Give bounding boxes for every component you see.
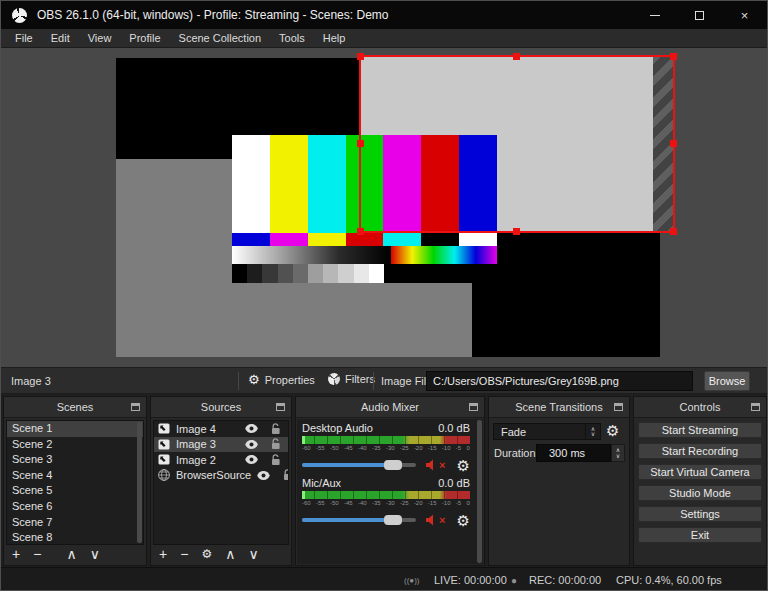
scenes-panel-header[interactable]: Scenes — [4, 397, 146, 418]
transform-handle-top-left[interactable] — [357, 53, 364, 60]
scene-list-item[interactable]: Scene 1 — [7, 421, 143, 437]
lock-icon[interactable] — [271, 423, 281, 435]
meter-tick-label: -25 — [400, 500, 409, 507]
menu-item-edit[interactable]: Edit — [42, 32, 79, 44]
remove-scene-button[interactable]: − — [33, 547, 41, 561]
spin-down-icon[interactable]: ∨ — [616, 453, 620, 459]
menu-item-help[interactable]: Help — [314, 32, 355, 44]
panel-dock-icon[interactable] — [131, 403, 140, 411]
meter-tick-label: -35 — [372, 500, 381, 507]
move-scene-down-button[interactable]: ∨ — [90, 547, 100, 561]
preview-canvas[interactable] — [1, 48, 768, 367]
sources-panel-title: Sources — [201, 401, 241, 413]
transition-select[interactable]: Fade ∧∨ — [493, 423, 601, 440]
menu-item-profile[interactable]: Profile — [120, 32, 169, 44]
start-recording-button[interactable]: Start Recording — [638, 443, 762, 459]
source-list-item[interactable]: Image 2 — [154, 452, 288, 468]
status-bar: ((●)) LIVE: 00:00:00 ● REC: 00:00:00 CPU… — [1, 567, 768, 591]
settings-button[interactable]: Settings — [638, 506, 762, 522]
maximize-button[interactable] — [677, 1, 722, 29]
source-rect-black-bottom-right[interactable] — [472, 233, 660, 357]
minimize-icon — [650, 15, 660, 16]
transform-handle-top-center[interactable] — [513, 53, 520, 60]
duration-spin-arrows[interactable]: ∧∨ — [611, 444, 625, 462]
scene-list-item[interactable]: Scene 4 — [7, 468, 143, 484]
start-streaming-button[interactable]: Start Streaming — [638, 422, 762, 438]
minimize-button[interactable] — [632, 1, 677, 29]
scene-list-item[interactable]: Scene 3 — [7, 452, 143, 468]
duration-spinbox[interactable]: 300 ms — [536, 444, 611, 462]
filters-icon — [328, 373, 340, 385]
transform-handle-bottom-left[interactable] — [357, 228, 364, 235]
dock-area: Scenes Scene 1Scene 2Scene 3Scene 4Scene… — [1, 394, 768, 567]
source-list-item[interactable]: BrowserSource — [154, 468, 288, 484]
obs-logo-icon — [12, 8, 27, 23]
panel-dock-icon[interactable] — [614, 403, 623, 411]
scene-transitions-panel: Scene Transitions Fade ∧∨ ⚙ Duration 300… — [488, 396, 630, 566]
menu-item-tools[interactable]: Tools — [270, 32, 314, 44]
panel-dock-icon[interactable] — [469, 403, 478, 411]
visibility-eye-icon[interactable] — [245, 424, 258, 433]
controls-panel-header[interactable]: Controls — [634, 397, 766, 418]
transform-handle-top-right[interactable] — [670, 53, 677, 60]
move-scene-up-button[interactable]: ∧ — [66, 547, 76, 561]
start-virtual-camera-button[interactable]: Start Virtual Camera — [638, 464, 762, 480]
add-scene-button[interactable]: + — [12, 547, 20, 561]
channel-gear-icon[interactable]: ⚙ — [457, 513, 470, 528]
menu-item-scene-collection[interactable]: Scene Collection — [170, 32, 271, 44]
panel-dock-icon[interactable] — [751, 403, 760, 411]
image-icon — [158, 439, 170, 450]
slider-handle[interactable] — [384, 460, 402, 470]
meter-tick-label: 0 — [466, 500, 469, 507]
scene-list-item[interactable]: Scene 2 — [7, 437, 143, 453]
add-source-button[interactable]: + — [159, 547, 167, 561]
meter-tick-label: -30 — [386, 500, 395, 507]
scenes-scrollbar[interactable] — [137, 422, 142, 543]
transition-gear-icon[interactable]: ⚙ — [606, 422, 619, 440]
move-source-down-button[interactable]: ∨ — [248, 547, 258, 561]
image-file-input[interactable] — [426, 371, 693, 391]
meter-tick-label: -5 — [456, 500, 461, 507]
remove-source-button[interactable]: − — [180, 547, 188, 561]
lock-icon[interactable] — [271, 454, 281, 466]
source-list-item[interactable]: Image 3 — [154, 437, 288, 453]
selection-bounding-box[interactable] — [359, 55, 675, 233]
panel-dock-icon[interactable] — [276, 403, 285, 411]
scene-list-item[interactable]: Scene 6 — [7, 499, 143, 515]
audio-mixer-panel-header[interactable]: Audio Mixer — [296, 397, 484, 418]
source-properties-button[interactable]: ⚙ — [201, 548, 212, 560]
volume-slider[interactable] — [302, 518, 416, 522]
volume-slider[interactable] — [302, 463, 416, 467]
sources-panel-header[interactable]: Sources — [151, 397, 291, 418]
title-bar: OBS 26.1.0 (64-bit, windows) - Profile: … — [1, 1, 767, 29]
lock-icon[interactable] — [283, 469, 289, 481]
transform-handle-middle-left[interactable] — [357, 140, 364, 147]
filters-button[interactable]: Filters — [328, 373, 375, 385]
scene-list-item[interactable]: Scene 5 — [7, 483, 143, 499]
browse-button[interactable]: Browse — [704, 371, 750, 391]
menu-item-file[interactable]: File — [6, 32, 42, 44]
properties-button[interactable]: ⚙ Properties — [248, 373, 315, 386]
visibility-eye-icon[interactable] — [245, 440, 258, 449]
channel-gear-icon[interactable]: ⚙ — [457, 458, 470, 473]
mute-speaker-icon[interactable] — [425, 459, 438, 471]
source-list-item[interactable]: Image 4 — [154, 421, 288, 437]
mute-speaker-icon[interactable] — [425, 514, 438, 526]
scene-transitions-panel-header[interactable]: Scene Transitions — [489, 397, 629, 418]
move-source-up-button[interactable]: ∧ — [225, 547, 235, 561]
visibility-eye-icon[interactable] — [245, 455, 258, 464]
transform-handle-bottom-center[interactable] — [513, 228, 520, 235]
slider-handle[interactable] — [384, 515, 402, 525]
transform-handle-middle-right[interactable] — [670, 140, 677, 147]
studio-mode-button[interactable]: Studio Mode — [638, 485, 762, 501]
mixer-scrollbar[interactable] — [477, 420, 482, 563]
scene-list-item[interactable]: Scene 7 — [7, 515, 143, 531]
volume-meter — [302, 436, 470, 444]
scene-list-item[interactable]: Scene 8 — [7, 530, 143, 545]
menu-item-view[interactable]: View — [79, 32, 121, 44]
exit-button[interactable]: Exit — [638, 527, 762, 543]
visibility-eye-icon[interactable] — [257, 471, 270, 480]
lock-icon[interactable] — [271, 438, 281, 450]
close-button[interactable]: × — [722, 1, 767, 29]
transform-handle-bottom-right[interactable] — [670, 228, 677, 235]
